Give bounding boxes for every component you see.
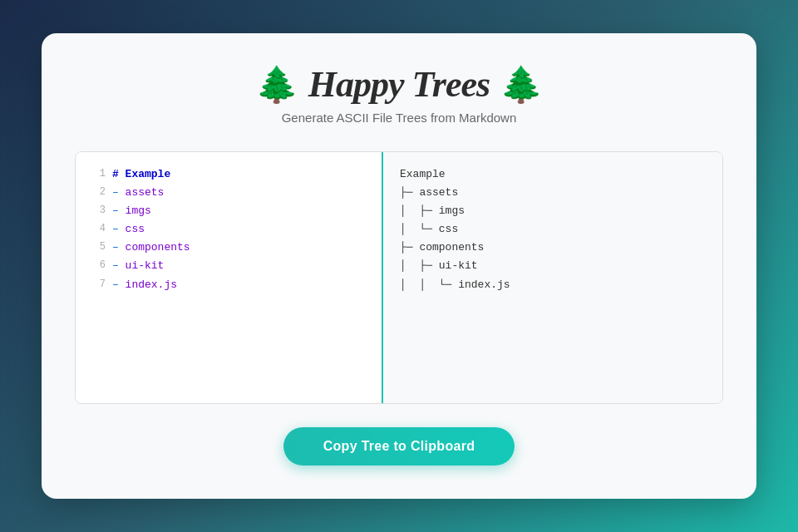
line-content: – imgs xyxy=(112,202,372,220)
editor-line: 6 – ui-kit xyxy=(76,257,382,275)
preview-line: │ └─ css xyxy=(400,220,706,239)
line-content: – index.js xyxy=(112,276,372,294)
line-number: 3 xyxy=(86,202,106,220)
line-content: – ui-kit xyxy=(112,257,372,275)
line-content: # Example xyxy=(112,165,372,184)
preview-line: │ ├─ imgs xyxy=(400,202,706,220)
line-content: – components xyxy=(112,239,372,257)
editor-area: 1# Example2– assets3 – imgs4 – css5– com… xyxy=(75,151,723,404)
line-content: – assets xyxy=(112,184,372,202)
line-number: 2 xyxy=(86,184,106,202)
line-content: – css xyxy=(112,220,372,239)
editor-line: 1# Example xyxy=(76,165,382,184)
editor-line: 4 – css xyxy=(76,220,382,239)
preview-line: Example xyxy=(400,165,706,184)
line-number: 1 xyxy=(86,165,106,184)
tree-emoji-left: 🌲 xyxy=(255,67,298,102)
button-row: Copy Tree to Clipboard xyxy=(283,427,515,466)
preview-line: │ │ └─ index.js xyxy=(400,276,706,294)
tree-emoji-right: 🌲 xyxy=(500,67,543,102)
main-card: 🌲 Happy Trees 🌲 Generate ASCII File Tree… xyxy=(42,33,756,499)
editor-line: 3 – imgs xyxy=(76,202,382,220)
preview-line: │ ├─ ui-kit xyxy=(400,257,706,275)
app-subtitle: Generate ASCII File Trees from Markdown xyxy=(255,111,543,125)
preview-pane: Example├─ assets│ ├─ imgs│ └─ css├─ comp… xyxy=(383,152,722,403)
line-number: 7 xyxy=(86,276,106,294)
editor-pane[interactable]: 1# Example2– assets3 – imgs4 – css5– com… xyxy=(76,152,383,403)
header: 🌲 Happy Trees 🌲 Generate ASCII File Tree… xyxy=(255,63,543,145)
line-number: 5 xyxy=(86,239,106,257)
line-number: 6 xyxy=(86,257,106,275)
preview-line: ├─ components xyxy=(400,239,706,257)
preview-line: ├─ assets xyxy=(400,184,706,202)
title-row: 🌲 Happy Trees 🌲 xyxy=(255,63,543,106)
editor-line: 2– assets xyxy=(76,184,382,202)
editor-line: 5– components xyxy=(76,239,382,257)
app-title: Happy Trees xyxy=(308,63,490,106)
line-number: 4 xyxy=(86,220,106,239)
copy-tree-button[interactable]: Copy Tree to Clipboard xyxy=(283,427,515,466)
editor-line: 7 – index.js xyxy=(76,276,382,294)
